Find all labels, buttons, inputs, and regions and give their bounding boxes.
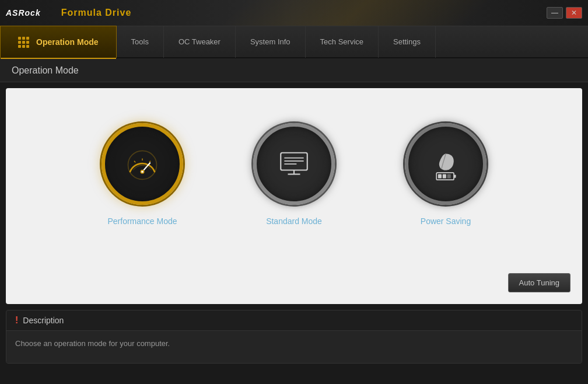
svg-point-8: [141, 170, 144, 173]
main-content: Performance Mode Standard Mode: [6, 88, 582, 304]
mode-cards: Performance Mode Standard Mode: [18, 100, 570, 226]
description-title: Description: [23, 316, 64, 325]
standard-mode-icon-wrapper: [253, 123, 335, 205]
description-header: ! Description: [6, 310, 582, 331]
description-warning-icon: !: [15, 315, 18, 326]
brand-logo: ASRock: [6, 8, 41, 18]
power-saving-icon-wrapper: [405, 123, 487, 205]
minimize-button[interactable]: —: [547, 7, 563, 19]
window-controls: — ✕: [547, 7, 582, 19]
auto-tuning-button[interactable]: Auto Tuning: [508, 273, 570, 292]
app-title: Formula Drive: [61, 8, 132, 18]
leaf-battery-icon: [425, 144, 466, 184]
page-header: Operation Mode: [0, 58, 588, 82]
svg-rect-17: [438, 174, 442, 179]
standard-mode-label: Standard Mode: [266, 217, 322, 226]
power-saving-card[interactable]: Power Saving: [405, 123, 487, 226]
tab-oc-tweaker[interactable]: OC Tweaker: [164, 26, 236, 58]
svg-rect-16: [454, 174, 456, 177]
power-saving-label: Power Saving: [421, 217, 471, 226]
svg-rect-19: [447, 174, 451, 179]
tab-operation-mode[interactable]: Operation Mode: [0, 26, 117, 58]
standard-mode-card[interactable]: Standard Mode: [253, 123, 335, 226]
nav-bar: Operation Mode Tools OC Tweaker System I…: [0, 26, 588, 58]
description-text: Choose an operation mode for your comput…: [15, 339, 170, 348]
svg-line-4: [134, 161, 135, 163]
title-bar: ASRock Formula Drive — ✕: [0, 0, 588, 26]
speedometer-icon: [122, 144, 163, 184]
description-body: Choose an operation mode for your comput…: [6, 331, 582, 363]
svg-line-5: [149, 161, 150, 163]
tab-operation-mode-label: Operation Mode: [36, 37, 99, 47]
tab-settings[interactable]: Settings: [379, 26, 436, 58]
page-title: Operation Mode: [12, 65, 79, 75]
tab-tools[interactable]: Tools: [117, 26, 164, 58]
performance-mode-icon-wrapper: [102, 123, 183, 205]
description-panel: ! Description Choose an operation mode f…: [6, 310, 582, 364]
svg-point-0: [128, 151, 157, 179]
tab-tech-service[interactable]: Tech Service: [306, 26, 379, 58]
tab-system-info[interactable]: System Info: [236, 26, 306, 58]
svg-rect-18: [443, 174, 446, 179]
performance-mode-card[interactable]: Performance Mode: [102, 123, 183, 226]
close-button[interactable]: ✕: [566, 7, 582, 19]
grid-icon: [18, 37, 29, 48]
performance-mode-label: Performance Mode: [107, 217, 177, 226]
monitor-icon: [274, 144, 314, 184]
